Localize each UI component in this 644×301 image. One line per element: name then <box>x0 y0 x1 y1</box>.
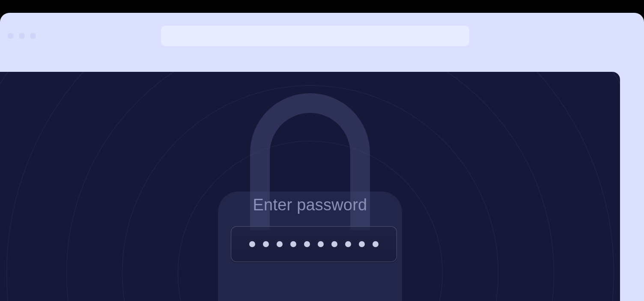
browser-window: Enter password <box>0 13 644 301</box>
password-dot <box>290 241 296 247</box>
close-window-icon[interactable] <box>8 33 14 39</box>
password-dot <box>304 241 310 247</box>
browser-chrome <box>0 13 644 59</box>
page-viewport: Enter password <box>0 72 620 301</box>
maximize-window-icon[interactable] <box>30 33 36 39</box>
password-dot <box>373 241 379 247</box>
password-dot <box>359 241 365 247</box>
password-dot <box>263 241 269 247</box>
password-dot <box>331 241 337 247</box>
password-prompt: Enter password <box>231 196 389 262</box>
password-dot <box>345 241 351 247</box>
enter-password-label: Enter password <box>231 196 389 214</box>
password-dot <box>277 241 283 247</box>
address-bar[interactable] <box>161 26 469 46</box>
password-dot <box>249 241 255 247</box>
password-dot <box>318 241 324 247</box>
password-input[interactable] <box>231 226 397 262</box>
window-controls <box>8 33 36 39</box>
minimize-window-icon[interactable] <box>19 33 25 39</box>
